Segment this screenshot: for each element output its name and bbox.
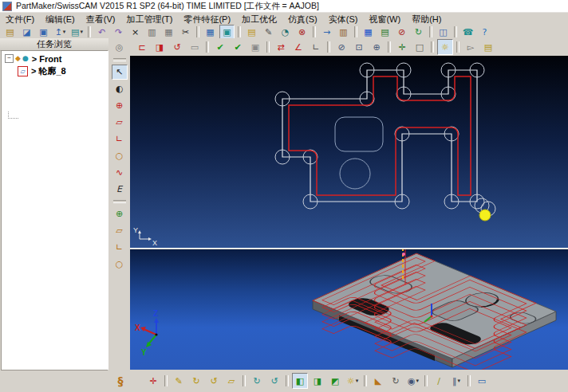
redo-button[interactable]: ↷: [111, 25, 126, 39]
csys-axis-button[interactable]: ✛: [145, 373, 161, 389]
pick-highlight-button[interactable]: ▻: [463, 39, 479, 55]
post-process-button[interactable]: ⊗: [294, 25, 310, 39]
ellipse-feature-button[interactable]: ○: [112, 148, 128, 163]
boundary-turn-icon: ◨: [156, 43, 164, 52]
tree-item-contour8[interactable]: ▱ > 轮廓_8: [2, 66, 108, 76]
sketch-plane-button[interactable]: ✎: [171, 373, 187, 389]
menu-file[interactable]: 文件(F): [0, 13, 40, 26]
camera-views-button[interactable]: ◉▾: [405, 373, 421, 389]
help-button[interactable]: ?: [477, 25, 492, 39]
rotate-view-x-button[interactable]: ↻: [249, 373, 265, 389]
thread-tool-button[interactable]: §: [111, 371, 130, 390]
task-browser-header[interactable]: 任务浏览: [0, 38, 108, 51]
tree-item-front[interactable]: − ◆ ● > Front: [2, 53, 108, 64]
print-dropdown-icon[interactable]: ▾: [80, 29, 83, 35]
measure-tools-dropdown-icon[interactable]: ▾: [457, 378, 460, 384]
import-dropdown-icon[interactable]: ▾: [63, 29, 66, 35]
menu-part-features[interactable]: 零件特征(P): [178, 13, 236, 26]
process-table-button[interactable]: ▦: [203, 25, 218, 39]
viewport-3d[interactable]: Z X Y: [130, 249, 568, 370]
boundary-turn-button[interactable]: ◨: [152, 39, 168, 55]
corner-path-button[interactable]: ∟: [308, 39, 324, 55]
zoom-in-button[interactable]: ⊕: [369, 39, 385, 55]
sheet-highlight-button[interactable]: ▤: [480, 39, 496, 55]
display-options-button[interactable]: ☼▾: [345, 373, 361, 389]
zoom-previous-button[interactable]: ⊘: [333, 39, 349, 55]
view-orient-button[interactable]: ◐: [112, 81, 128, 96]
part-features-button[interactable]: ▤: [244, 25, 259, 39]
verify-feature-button[interactable]: ✔: [212, 39, 228, 55]
delete-button[interactable]: ×: [128, 25, 143, 39]
save-button[interactable]: ▣: [36, 25, 51, 39]
section-view-button[interactable]: ◣: [370, 373, 386, 389]
spin-view-button[interactable]: ↻: [388, 373, 404, 389]
cycle-time-button[interactable]: ◔: [278, 25, 293, 39]
ellipse-group-button[interactable]: ○: [112, 257, 128, 272]
point-group-button[interactable]: ⊕: [112, 206, 128, 221]
polygon-group-button[interactable]: ▱: [112, 223, 128, 238]
view-top-button[interactable]: ◩: [327, 373, 343, 389]
report-button[interactable]: ▤: [377, 25, 392, 39]
reverse-direction-button[interactable]: ⇄: [273, 39, 289, 55]
show-toolpath-button[interactable]: ☼: [437, 39, 453, 55]
new-sheet-button[interactable]: ▭: [187, 39, 203, 55]
measure-line-button[interactable]: /: [431, 373, 447, 389]
view-front-button[interactable]: ◨: [310, 373, 325, 389]
pan-view-button[interactable]: ✛: [394, 39, 410, 55]
database-button[interactable]: ▥: [336, 25, 351, 39]
import-button[interactable]: ↥▾: [53, 25, 68, 39]
menu-view[interactable]: 查看(V): [81, 13, 121, 26]
open-folder-button[interactable]: ◪: [19, 25, 34, 39]
camera-views-dropdown-icon[interactable]: ▾: [416, 378, 420, 384]
copy-button[interactable]: ▥: [144, 25, 160, 39]
menu-window[interactable]: 视窗(W): [363, 13, 406, 26]
sketch-revolve-button[interactable]: ↺: [206, 373, 222, 389]
boundary-rotate-button[interactable]: ↺: [169, 39, 185, 55]
sketch-rotate-button[interactable]: ↻: [188, 373, 204, 389]
tool-library-button[interactable]: ◎: [112, 40, 128, 55]
viewport-2d[interactable]: Y X: [130, 56, 568, 248]
screen-shot-button[interactable]: ▭: [474, 373, 490, 389]
menu-solids[interactable]: 实体(S): [323, 13, 364, 26]
menu-toolminder[interactable]: 加工管理(T): [120, 13, 178, 26]
regenerate-button[interactable]: ↻: [411, 25, 426, 39]
verify-all-button[interactable]: ✔: [230, 39, 246, 55]
tool-marker[interactable]: [479, 210, 491, 221]
lead-angle-button[interactable]: ∠: [290, 39, 306, 55]
menu-edit[interactable]: 编辑(E): [40, 13, 81, 26]
cut-button[interactable]: ✂: [178, 25, 193, 39]
contour-feature-button[interactable]: ∟: [112, 131, 128, 147]
zoom-window-button[interactable]: ⊡: [351, 39, 367, 55]
view-isometric-button[interactable]: ◧: [292, 373, 308, 389]
feature-edit-button[interactable]: ✎: [261, 25, 276, 39]
display-options-dropdown-icon[interactable]: ▾: [356, 378, 359, 384]
new-file-button[interactable]: ▤: [2, 25, 18, 39]
export-program-button[interactable]: →: [319, 25, 334, 39]
zoom-extent-button[interactable]: □: [412, 39, 428, 55]
sketch-sheet-button[interactable]: ▱: [223, 373, 239, 389]
measure-tools-button[interactable]: ‖▾: [448, 373, 464, 389]
window-grid-button[interactable]: ▦: [361, 25, 376, 39]
polygon-feature-button[interactable]: ▱: [112, 115, 128, 130]
text-feature-button[interactable]: E: [112, 182, 128, 197]
paste-button[interactable]: ▦: [161, 25, 176, 39]
split-view-button[interactable]: ◫: [436, 25, 451, 39]
group-features-icon: ▣: [251, 43, 259, 52]
collapse-icon[interactable]: −: [5, 54, 14, 63]
contour-group-button[interactable]: ∟: [112, 240, 128, 255]
support-phone-button[interactable]: ☎: [460, 25, 475, 39]
undo-button[interactable]: ↶: [94, 25, 109, 39]
app-icon: [2, 2, 12, 11]
menu-help[interactable]: 帮助(H): [406, 13, 447, 26]
spline-feature-button[interactable]: ∿: [112, 165, 128, 180]
boundary-mill-button[interactable]: ⊏: [134, 39, 150, 55]
select-pointer-button[interactable]: ↖: [112, 65, 128, 80]
cam-workspace-button[interactable]: ▣: [219, 25, 235, 39]
print-button[interactable]: ▤▾: [69, 25, 85, 39]
tool-data-button[interactable]: ⊘: [394, 25, 409, 39]
point-feature-button[interactable]: ⊕: [112, 98, 128, 113]
menu-job-optimizer[interactable]: 加工优化: [236, 13, 282, 26]
group-features-button[interactable]: ▣: [247, 39, 263, 55]
rotate-view-y-button[interactable]: ↺: [266, 373, 282, 389]
menu-simulation[interactable]: 仿真(S): [282, 13, 323, 26]
